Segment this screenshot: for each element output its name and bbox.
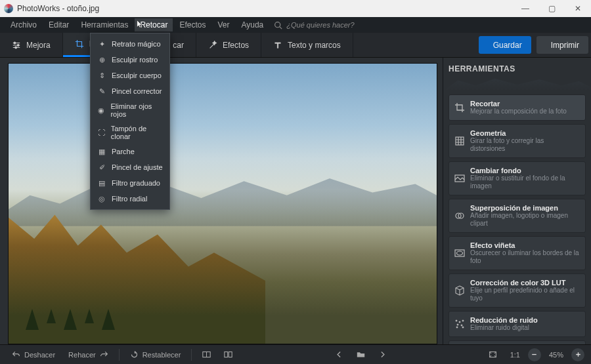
reset-label: Restablecer [142, 351, 181, 359]
save-button[interactable]: Guardar [479, 36, 531, 54]
body-icon: ⇕ [97, 71, 106, 80]
tool-tab-bar: Mejora H car Efectos Texto y marcos Guar… [0, 33, 591, 58]
dropdown-pincel-ajuste[interactable]: ✐Pincel de ajuste [91, 159, 169, 175]
menu-herramientas[interactable]: Herramientas [76, 18, 133, 31]
tool-desc: Añadir imagen, logotipo o imagen clipart [470, 212, 580, 228]
dropdown-filtro-graduado[interactable]: ▤Filtro graduado [91, 175, 169, 191]
canvas-wrap [0, 58, 443, 344]
menu-retocar[interactable]: Retocar [135, 18, 173, 31]
menu-editar[interactable]: Editar [43, 18, 74, 31]
tab-texto[interactable]: Texto y marcos [261, 33, 353, 57]
main-area: HERRAMIENTAS Recortar Mejorar la composi… [0, 58, 591, 344]
dropdown-label: Pincel corrector [112, 87, 162, 95]
zoom-in-button[interactable] [571, 348, 584, 361]
menu-ver[interactable]: Ver [212, 18, 234, 31]
dropdown-ojos-rojos[interactable]: ◉Eliminar ojos rojos [91, 99, 169, 121]
fit-icon [489, 350, 497, 359]
dropdown-filtro-radial[interactable]: ◎Filtro radial [91, 191, 169, 207]
dropdown-label: Parche [112, 148, 135, 155]
svg-point-14 [461, 325, 462, 326]
undo-icon [12, 350, 20, 359]
heal-brush-icon: ✎ [97, 87, 106, 96]
tool-desc: Mejorar la composición de la foto [470, 108, 580, 115]
zoom-out-button[interactable] [528, 348, 541, 361]
dropdown-tampon-clonar[interactable]: ⛶Tampón de clonar [91, 121, 169, 144]
tool-title: Recortar [470, 100, 580, 108]
dropdown-esculpir-rostro[interactable]: ⊕Esculpir rostro [91, 52, 169, 68]
compare-split-button[interactable] [197, 348, 216, 361]
wand-icon [208, 41, 217, 50]
window-maximize-button[interactable]: ▢ [538, 0, 565, 17]
svg-point-3 [15, 47, 17, 49]
dropdown-pincel-corrector[interactable]: ✎Pincel corrector [91, 83, 169, 99]
svg-rect-19 [229, 352, 232, 357]
dropdown-label: Esculpir cuerpo [112, 71, 162, 79]
menu-efectos[interactable]: Efectos [174, 18, 211, 31]
window-minimize-button[interactable]: — [512, 0, 538, 17]
compare-split-icon [202, 350, 211, 359]
svg-rect-18 [225, 352, 228, 357]
search-placeholder: ¿Qué quieres hacer? [286, 21, 354, 29]
patch-icon: ▦ [97, 147, 106, 156]
svg-point-12 [462, 320, 464, 321]
sliders-icon [12, 41, 21, 50]
minus-icon [530, 350, 538, 359]
adjust-brush-icon: ✐ [97, 163, 106, 172]
chevron-right-icon [378, 350, 387, 359]
plus-icon [574, 350, 582, 359]
undo-button[interactable]: Deshacer [7, 348, 60, 361]
redo-button[interactable]: Rehacer [63, 348, 114, 361]
zoom-percent-label[interactable]: 45% [544, 349, 569, 361]
svg-point-15 [456, 327, 458, 328]
vignette-icon [454, 248, 465, 258]
svg-point-13 [457, 324, 458, 325]
reset-button[interactable]: Restablecer [125, 348, 186, 361]
mouse-cursor-icon [136, 20, 144, 28]
browse-folder-button[interactable] [351, 348, 370, 361]
tool-title: Geometría [470, 129, 580, 137]
trees-illustration [26, 309, 115, 330]
compare-side-button[interactable] [219, 348, 238, 361]
clone-stamp-icon: ⛶ [97, 128, 106, 137]
svg-point-16 [462, 327, 464, 328]
tool-cambiar-fondo[interactable]: Cambiar fondo Eliminar o sustituir el fo… [449, 161, 586, 195]
dropdown-label: Filtro graduado [112, 179, 160, 187]
target-icon: ⊕ [97, 55, 106, 64]
tools-panel-heading: HERRAMIENTAS [449, 64, 586, 73]
menu-ayuda[interactable]: Ayuda [236, 18, 269, 31]
help-search[interactable]: ¿Qué quieres hacer? [274, 21, 354, 30]
dropdown-retrato-magico[interactable]: ✦Retrato mágico [91, 36, 169, 52]
noise-icon [454, 319, 465, 329]
menu-bar: Archivo Editar Herramientas Retocar Efec… [0, 17, 591, 33]
next-image-button[interactable] [373, 348, 392, 361]
tool-vineta[interactable]: Efecto viñeta Oscurecer o iluminar los b… [449, 236, 586, 270]
folder-icon [357, 350, 365, 359]
dropdown-esculpir-cuerpo[interactable]: ⇕Esculpir cuerpo [91, 68, 169, 83]
crop-icon [75, 39, 84, 49]
tool-desc: Eliminar o sustituir el fondo de la imag… [470, 174, 580, 190]
print-button[interactable]: Imprimir [536, 36, 588, 54]
tool-title: Cambiar fondo [470, 167, 580, 174]
tool-recortar[interactable]: Recortar Mejorar la composición de la fo… [449, 94, 586, 121]
menu-archivo[interactable]: Archivo [5, 18, 42, 31]
tool-curvas[interactable]: Curvas Ajustar el tono y el color [449, 340, 586, 344]
tool-geometria[interactable]: Geometría Girar la foto y corregir las d… [449, 124, 586, 158]
fit-screen-button[interactable] [483, 348, 502, 361]
tool-ruido[interactable]: Reducción de ruido Eliminar ruido digita… [449, 311, 586, 337]
dropdown-parche[interactable]: ▦Parche [91, 144, 169, 159]
tab-label: Mejora [26, 41, 51, 50]
app-logo-icon [4, 4, 13, 13]
window-title: PhotoWorks - otoño.jpg [17, 4, 99, 13]
tab-label: Efectos [223, 41, 249, 50]
tab-mejora[interactable]: Mejora [0, 33, 63, 57]
window-close-button[interactable]: ✕ [565, 0, 591, 17]
radial-icon: ◎ [97, 194, 106, 203]
geometry-icon [454, 136, 465, 146]
prev-image-button[interactable] [330, 348, 349, 361]
tool-lut[interactable]: Corrección de color 3D LUT Elije un perf… [449, 273, 586, 308]
retocar-dropdown: ✦Retrato mágico ⊕Esculpir rostro ⇕Esculp… [90, 33, 170, 210]
tab-efectos[interactable]: Efectos [196, 33, 261, 57]
tool-superposicion[interactable]: Superposición de imagen Añadir imagen, l… [449, 199, 586, 233]
zoom-ratio-label[interactable]: 1:1 [505, 349, 525, 361]
image-canvas[interactable] [8, 63, 437, 344]
